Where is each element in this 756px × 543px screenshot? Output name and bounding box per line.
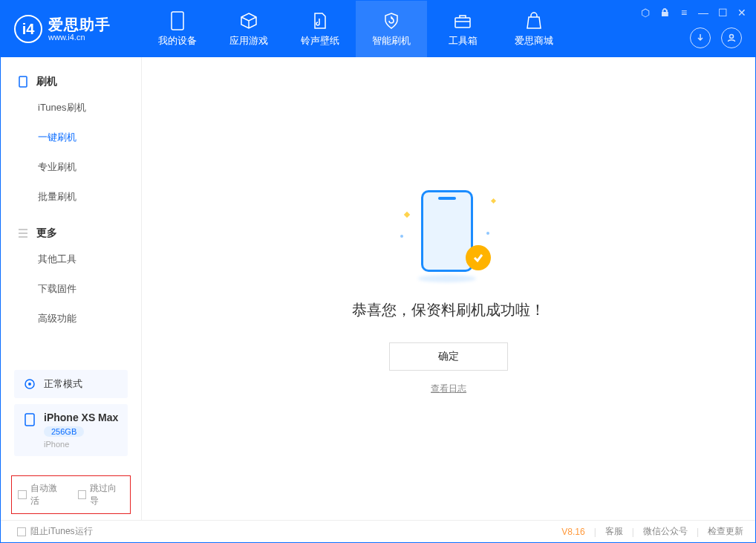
top-tabs: 我的设备 应用游戏 铃声壁纸 智能刷机 工具箱 <box>142 1 570 57</box>
wechat-link[interactable]: 微信公众号 <box>643 525 688 538</box>
tab-apps[interactable]: 应用游戏 <box>213 1 284 57</box>
header-right-buttons <box>690 27 742 48</box>
sidebar-item-advanced[interactable]: 高级功能 <box>1 304 141 334</box>
version-label: V8.16 <box>561 527 584 537</box>
brand: i4 爱思助手 www.i4.cn <box>1 1 142 57</box>
statusbar: 阻止iTunes运行 V8.16 | 客服 | 微信公众号 | 检查更新 <box>1 520 755 542</box>
svg-rect-3 <box>19 77 27 87</box>
titlebar: i4 爱思助手 www.i4.cn 我的设备 应用游戏 铃声壁纸 <box>1 1 755 57</box>
mode-card[interactable]: 正常模式 <box>14 370 128 398</box>
dot-icon <box>400 235 403 238</box>
check-badge-icon <box>466 245 491 270</box>
checkbox-block-itunes[interactable]: 阻止iTunes运行 <box>17 525 93 538</box>
tab-wallpaper[interactable]: 铃声壁纸 <box>284 1 356 57</box>
cube-icon <box>238 10 259 31</box>
checkbox-icon <box>18 490 27 499</box>
device-name: iPhone XS Max <box>44 412 118 423</box>
phone-icon <box>167 10 188 31</box>
app-window: i4 爱思助手 www.i4.cn 我的设备 应用游戏 铃声壁纸 <box>0 0 756 543</box>
success-illustration <box>400 183 497 279</box>
minimize-button[interactable]: — <box>697 7 709 19</box>
device-type: iPhone <box>44 440 118 449</box>
support-link[interactable]: 客服 <box>605 525 623 538</box>
sidebar-group-flash[interactable]: 刷机 <box>1 71 141 93</box>
header: i4 爱思助手 www.i4.cn 我的设备 应用游戏 铃声壁纸 <box>1 1 755 57</box>
tshirt-icon[interactable]: ⬡ <box>639 7 651 19</box>
svg-point-5 <box>28 383 31 386</box>
body: 刷机 iTunes刷机 一键刷机 专业刷机 批量刷机 更多 其他工具 下载固件 … <box>1 57 755 520</box>
download-button[interactable] <box>690 27 711 48</box>
dot-icon <box>486 232 489 235</box>
sparkle-icon <box>404 211 410 217</box>
check-update-link[interactable]: 检查更新 <box>708 525 743 538</box>
phone-small-icon <box>17 76 29 88</box>
mode-label: 正常模式 <box>44 377 82 391</box>
view-log-link[interactable]: 查看日志 <box>431 383 466 395</box>
tab-device[interactable]: 我的设备 <box>142 1 213 57</box>
close-button[interactable]: ✕ <box>736 7 748 19</box>
sidebar-item-oneclick[interactable]: 一键刷机 <box>1 123 141 152</box>
sparkle-icon <box>491 198 496 203</box>
maximize-button[interactable]: ☐ <box>717 7 729 19</box>
sidebar-item-batch[interactable]: 批量刷机 <box>1 182 141 212</box>
checkbox-auto-activate[interactable]: 自动激活 <box>18 482 65 507</box>
shopping-bag-icon <box>524 10 544 31</box>
account-button[interactable] <box>721 27 742 48</box>
mode-icon <box>23 377 36 391</box>
main-content: 恭喜您，保资料刷机成功啦！ 确定 查看日志 <box>142 57 755 520</box>
checkbox-icon <box>78 490 87 499</box>
sidebar: 刷机 iTunes刷机 一键刷机 专业刷机 批量刷机 更多 其他工具 下载固件 … <box>1 57 142 520</box>
sidebar-nav: 刷机 iTunes刷机 一键刷机 专业刷机 批量刷机 更多 其他工具 下载固件 … <box>1 57 141 370</box>
music-file-icon <box>310 10 330 31</box>
success-message: 恭喜您，保资料刷机成功啦！ <box>352 300 545 320</box>
toolbox-icon <box>452 10 473 31</box>
svg-rect-0 <box>172 12 183 30</box>
shield-refresh-icon <box>381 10 402 31</box>
checkbox-icon <box>17 527 26 536</box>
tab-toolbox[interactable]: 工具箱 <box>427 1 498 57</box>
svg-rect-6 <box>25 414 34 426</box>
device-icon <box>23 413 36 426</box>
brand-subtitle: www.i4.cn <box>48 33 111 42</box>
svg-point-2 <box>730 35 734 39</box>
checkbox-skip-setup[interactable]: 跳过向导 <box>78 482 125 507</box>
device-storage: 256GB <box>44 426 84 437</box>
brand-title: 爱思助手 <box>48 16 111 33</box>
hamburger-icon <box>17 227 29 239</box>
device-card[interactable]: iPhone XS Max 256GB iPhone <box>14 404 128 456</box>
logo-icon: i4 <box>14 15 42 43</box>
sidebar-item-pro[interactable]: 专业刷机 <box>1 152 141 182</box>
menu-icon[interactable]: ≡ <box>678 7 690 19</box>
lock-icon[interactable]: 🔒︎ <box>659 7 671 19</box>
options-highlight-box: 自动激活 跳过向导 <box>11 475 131 514</box>
tab-flash[interactable]: 智能刷机 <box>356 1 427 57</box>
tab-store[interactable]: 爱思商城 <box>498 1 570 57</box>
sidebar-item-itunes[interactable]: iTunes刷机 <box>1 93 141 123</box>
ok-button[interactable]: 确定 <box>389 342 508 371</box>
svg-rect-1 <box>455 18 470 27</box>
sidebar-group-more[interactable]: 更多 <box>1 222 141 244</box>
sidebar-item-firmware[interactable]: 下载固件 <box>1 274 141 304</box>
sidebar-item-othertools[interactable]: 其他工具 <box>1 244 141 274</box>
sidebar-lower: 正常模式 iPhone XS Max 256GB iPhone <box>1 370 141 471</box>
